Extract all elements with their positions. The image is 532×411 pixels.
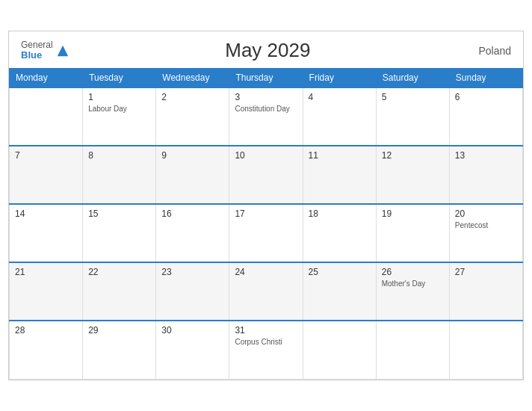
day-number: 16 (161, 208, 223, 219)
day-number: 14 (15, 208, 77, 219)
calendar-cell: 22 (83, 262, 156, 321)
calendar-cell: 16 (156, 204, 229, 262)
day-number: 9 (161, 150, 223, 161)
calendar-body: 1Labour Day23Constitution Day45678910111… (10, 87, 523, 379)
header-thursday: Thursday (229, 69, 303, 88)
day-number: 13 (455, 150, 517, 161)
calendar-country: Poland (466, 45, 511, 57)
logo-icon (56, 44, 69, 58)
day-number: 7 (15, 150, 77, 161)
calendar-cell (10, 87, 83, 146)
day-number: 29 (88, 325, 150, 336)
calendar-cell: 20Pentecost (449, 204, 522, 262)
day-number: 17 (235, 208, 297, 219)
calendar-cell: 25 (303, 262, 376, 321)
header-tuesday: Tuesday (83, 69, 156, 88)
day-number: 27 (455, 267, 517, 277)
day-number: 2 (161, 92, 223, 102)
days-header-row: Monday Tuesday Wednesday Thursday Friday… (10, 69, 523, 88)
calendar-header: General Blue May 2029 Poland (9, 31, 523, 68)
calendar-cell: 3Constitution Day (229, 87, 303, 146)
logo: General Blue (21, 40, 69, 61)
calendar-cell: 19 (376, 204, 449, 262)
calendar-container: General Blue May 2029 Poland Monday Tues… (8, 31, 524, 380)
calendar-cell: 9 (156, 146, 229, 204)
logo-blue: Blue (21, 50, 53, 61)
calendar-cell: 18 (303, 204, 376, 262)
day-number: 21 (15, 267, 77, 277)
calendar-cell: 1Labour Day (83, 87, 156, 146)
calendar-cell: 17 (229, 204, 303, 262)
day-number: 24 (235, 267, 297, 277)
calendar-cell: 14 (10, 204, 83, 262)
day-number: 3 (235, 92, 297, 102)
calendar-cell (449, 321, 522, 379)
logo-text: General Blue (21, 40, 53, 61)
calendar-cell: 29 (83, 321, 156, 379)
day-event: Constitution Day (235, 104, 297, 114)
day-number: 10 (235, 150, 297, 161)
svg-marker-0 (58, 46, 68, 56)
header-monday: Monday (10, 69, 83, 88)
day-number: 1 (88, 92, 150, 102)
calendar-cell: 26Mother's Day (376, 262, 449, 321)
calendar-grid: Monday Tuesday Wednesday Thursday Friday… (9, 68, 523, 380)
calendar-cell: 2 (156, 87, 229, 146)
calendar-cell: 21 (10, 262, 83, 321)
calendar-cell: 15 (83, 204, 156, 262)
calendar-cell: 5 (376, 87, 449, 146)
calendar-cell: 11 (303, 146, 376, 204)
day-number: 30 (161, 325, 223, 336)
day-number: 8 (88, 150, 150, 161)
day-event: Pentecost (455, 220, 517, 230)
day-number: 6 (455, 92, 517, 102)
calendar-cell (303, 321, 376, 379)
week-row-3: 14151617181920Pentecost (10, 204, 523, 262)
header-sunday: Sunday (449, 69, 522, 88)
day-event: Labour Day (88, 104, 150, 114)
calendar-cell: 28 (10, 321, 83, 379)
calendar-cell: 23 (156, 262, 229, 321)
calendar-cell: 10 (229, 146, 303, 204)
day-number: 31 (235, 325, 297, 336)
day-number: 5 (382, 92, 444, 102)
day-number: 12 (382, 150, 444, 161)
day-number: 20 (455, 208, 517, 219)
calendar-cell: 31Corpus Christi (229, 321, 303, 379)
calendar-cell: 27 (449, 262, 522, 321)
header-wednesday: Wednesday (156, 69, 229, 88)
calendar-cell (376, 321, 449, 379)
week-row-5: 28293031Corpus Christi (10, 321, 523, 379)
calendar-cell: 4 (303, 87, 376, 146)
day-number: 11 (309, 150, 371, 161)
calendar-title: May 2029 (69, 39, 466, 62)
calendar-cell: 7 (10, 146, 83, 204)
day-number: 18 (309, 208, 371, 219)
calendar-cell: 12 (376, 146, 449, 204)
day-number: 26 (382, 267, 444, 277)
day-number: 23 (161, 267, 223, 277)
header-saturday: Saturday (376, 69, 449, 88)
day-number: 25 (309, 267, 371, 277)
day-number: 19 (382, 208, 444, 219)
week-row-1: 1Labour Day23Constitution Day456 (10, 87, 523, 146)
calendar-cell: 30 (156, 321, 229, 379)
week-row-2: 78910111213 (10, 146, 523, 204)
week-row-4: 212223242526Mother's Day27 (10, 262, 523, 321)
day-event: Corpus Christi (235, 337, 297, 347)
day-number: 22 (88, 267, 150, 277)
calendar-cell: 24 (229, 262, 303, 321)
day-number: 15 (88, 208, 150, 219)
calendar-cell: 6 (449, 87, 522, 146)
calendar-cell: 13 (449, 146, 522, 204)
calendar-cell: 8 (83, 146, 156, 204)
header-friday: Friday (303, 69, 376, 88)
day-event: Mother's Day (382, 279, 444, 288)
day-number: 28 (15, 325, 77, 336)
day-number: 4 (309, 92, 371, 102)
